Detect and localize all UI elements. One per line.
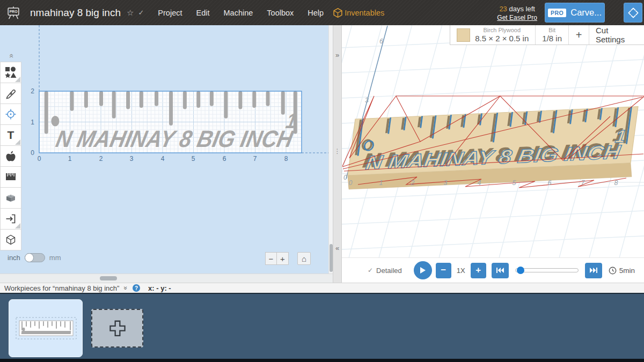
- simulation-slider[interactable]: [515, 268, 579, 272]
- get-easel-pro-link[interactable]: Get Easel Pro: [497, 14, 537, 22]
- carve-preview-panel[interactable]: N MAHINAY 8 BIG INCH N MAHINAY 8 BIG INC…: [342, 25, 644, 283]
- material-brick-tool-icon: [5, 192, 17, 204]
- preview-3d-svg: N MAHINAY 8 BIG INCH N MAHINAY 8 BIG INC…: [342, 25, 644, 257]
- panel-splitter[interactable]: » ⋮ «: [333, 25, 342, 283]
- svg-text:7: 7: [581, 179, 586, 187]
- saved-check-icon: ✓: [138, 9, 144, 17]
- menu-machine[interactable]: Machine: [224, 9, 253, 17]
- zoom-in-button[interactable]: +: [277, 252, 289, 265]
- canvas-horizontal-scrollbar[interactable]: [0, 274, 333, 283]
- add-bit-button[interactable]: +: [569, 25, 589, 45]
- units-toggle-group: inch mm: [8, 253, 61, 262]
- project-title[interactable]: nmahinay 8 big inch: [30, 7, 121, 19]
- apple-design-tool-icon: [5, 150, 17, 162]
- carve-button[interactable]: PRO Carve...: [545, 3, 605, 23]
- ruler-design-tool-icon: [5, 171, 17, 183]
- canvas-vertical-scrollbar[interactable]: [328, 25, 333, 274]
- play-icon: [419, 267, 426, 274]
- main-menu: Project Edit Machine Toolbox Help: [158, 9, 324, 17]
- trial-days-text: days left: [507, 5, 535, 13]
- expand-left-chevron-icon[interactable]: «: [333, 244, 341, 252]
- skip-to-end-button[interactable]: [585, 263, 602, 278]
- workpiece-thumbnail-preview: [9, 300, 82, 357]
- inventables-link[interactable]: Inventables: [333, 8, 384, 18]
- import-tool-button[interactable]: [0, 208, 21, 230]
- submenu-fold: [15, 223, 20, 228]
- menu-toolbox[interactable]: Toolbox: [267, 9, 294, 17]
- menu-project[interactable]: Project: [158, 9, 182, 17]
- skip-back-icon: [496, 267, 504, 274]
- detailed-toggle[interactable]: ✓ Detailed: [368, 267, 402, 275]
- svg-text:1: 1: [68, 155, 72, 162]
- skip-forward-icon: [589, 267, 598, 274]
- top-bar: PRO nmahinay 8 big inch ☆ ✓ Project Edit…: [0, 0, 644, 25]
- speed-up-button[interactable]: +: [471, 263, 486, 278]
- bit-section[interactable]: Bit 1/8 in: [536, 25, 569, 45]
- svg-text:0: 0: [31, 149, 34, 157]
- collapse-toolbar-button[interactable]: »: [0, 50, 21, 62]
- svg-text:T: T: [8, 129, 14, 141]
- add-workpiece-button[interactable]: [91, 309, 143, 348]
- design-canvas[interactable]: 1 N MAHINAY 8 BIG INCH 0 1 2 0 1 2 3 4 5…: [0, 25, 328, 274]
- drill-origin-tool-button[interactable]: [0, 104, 21, 125]
- submenu-fold: [15, 77, 20, 82]
- material-brick-tool-button[interactable]: [0, 187, 21, 209]
- shapes-tool-button[interactable]: [0, 62, 21, 83]
- favorite-star-icon[interactable]: ☆: [127, 8, 134, 18]
- text-tool-button[interactable]: T: [0, 124, 21, 146]
- svg-text:6: 6: [379, 38, 383, 45]
- zoom-home-button[interactable]: ⌂: [297, 252, 311, 265]
- easel-pro-logo-icon[interactable]: PRO: [5, 4, 21, 21]
- inventables-hexagon-icon: [333, 8, 342, 18]
- apple-design-tool-button[interactable]: [0, 145, 21, 167]
- svg-text:0: 0: [38, 155, 41, 162]
- material-section[interactable]: Birch Plywood 8.5 × 2 × 0.5 in: [450, 25, 536, 45]
- cut-setup-card: Birch Plywood 8.5 × 2 × 0.5 in Bit 1/8 i…: [450, 25, 644, 45]
- check-icon: ✓: [368, 267, 373, 274]
- workpieces-label[interactable]: Workpieces for “nmahinay 8 big inch”: [4, 284, 119, 292]
- scrollbar-thumb[interactable]: [100, 276, 117, 280]
- material-dimensions: 8.5 × 2 × 0.5 in: [475, 34, 529, 43]
- plus-icon: [103, 313, 133, 343]
- design-text-shape[interactable]: N MAHINAY 8 BIG INCH: [54, 125, 296, 151]
- workpieces-bar: Workpieces for “nmahinay 8 big inch” » ?…: [0, 283, 644, 293]
- svg-text:0: 0: [343, 174, 347, 181]
- oval-shape[interactable]: [51, 116, 59, 127]
- expand-right-chevron-icon[interactable]: »: [333, 51, 341, 59]
- canvas-controls: inch mm − + ⌂: [0, 252, 328, 266]
- svg-text:3: 3: [130, 155, 134, 162]
- svg-text:1: 1: [379, 179, 383, 187]
- speed-down-button[interactable]: −: [436, 263, 451, 278]
- bottom-edge: [0, 359, 644, 362]
- workpiece-thumbnail-selected[interactable]: [9, 299, 83, 357]
- fullscreen-button[interactable]: [624, 3, 642, 23]
- ruler-design-tool-button[interactable]: [0, 166, 21, 188]
- slider-handle[interactable]: [517, 267, 524, 274]
- expand-arrows-icon: [626, 6, 640, 20]
- svg-text:6: 6: [223, 155, 226, 162]
- sim-options-menu-icon[interactable]: ⋮: [641, 268, 644, 272]
- zoom-out-button[interactable]: −: [265, 252, 277, 265]
- svg-text:0: 0: [349, 179, 353, 187]
- menu-help[interactable]: Help: [308, 9, 324, 17]
- pen-tool-button[interactable]: [0, 83, 21, 104]
- simulation-bar: ✓ Detailed − 1X + 5min: [342, 257, 644, 283]
- mm-label: mm: [49, 254, 61, 262]
- bit-size: 1/8 in: [542, 34, 562, 43]
- pro-badge: PRO: [548, 9, 566, 17]
- play-button[interactable]: [414, 261, 432, 279]
- menu-edit[interactable]: Edit: [196, 9, 210, 17]
- units-toggle[interactable]: [25, 253, 45, 262]
- collapse-workpieces-chevron-icon[interactable]: »: [122, 286, 130, 290]
- skip-to-start-button[interactable]: [492, 263, 509, 278]
- cut-settings-button[interactable]: Cut Settings: [589, 25, 644, 45]
- splitter-drag-handle-icon[interactable]: ⋮: [333, 150, 341, 153]
- svg-text:2: 2: [411, 179, 415, 187]
- help-button[interactable]: ?: [133, 284, 140, 292]
- design-canvas-svg: 1 N MAHINAY 8 BIG INCH 0 1 2 0 1 2 3 4 5…: [0, 25, 328, 274]
- inventables-label: Inventables: [345, 9, 384, 17]
- svg-text:5: 5: [192, 155, 195, 162]
- trial-status: 23 days left Get Easel Pro: [497, 3, 537, 22]
- cube-3d-tool-button[interactable]: [0, 229, 21, 250]
- svg-text:2: 2: [31, 87, 34, 95]
